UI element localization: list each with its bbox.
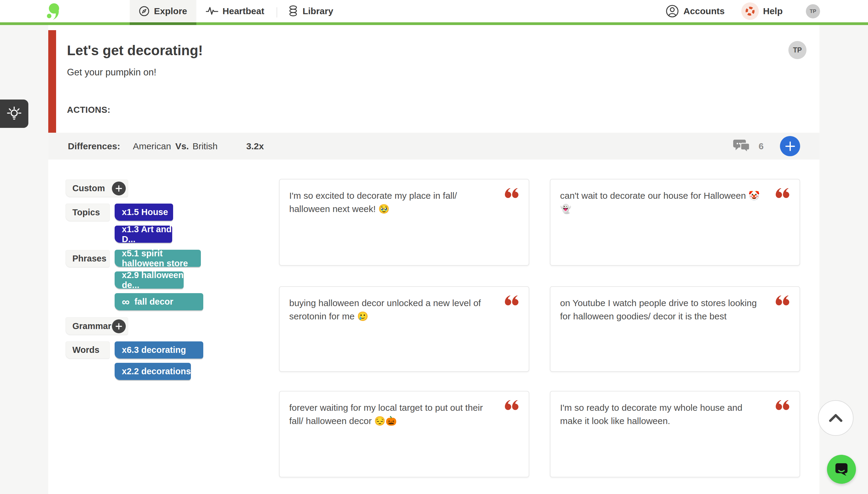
quote-mark-icon xyxy=(775,295,791,308)
help-ring-background xyxy=(741,2,759,20)
phrase-tag[interactable]: ∞ fall decor xyxy=(115,293,203,310)
scroll-to-top-button[interactable] xyxy=(818,400,853,436)
words-label: Words xyxy=(72,345,99,355)
insights-lightbulb-button[interactable] xyxy=(0,99,28,128)
quote-text: buying halloween decor unlocked a new le… xyxy=(289,297,489,323)
quote-mark-icon xyxy=(505,400,520,413)
quote-mark-icon xyxy=(775,400,791,413)
tab-explore[interactable]: Explore xyxy=(130,0,196,22)
filter-custom[interactable]: Custom xyxy=(65,179,128,197)
filter-section-words[interactable]: Words xyxy=(65,341,110,359)
infinity-icon: ∞ xyxy=(122,297,130,307)
tab-explore-label: Explore xyxy=(154,6,187,16)
word-tag[interactable]: x2.2 decorations xyxy=(115,363,191,380)
differences-label: Differences: xyxy=(68,141,120,151)
comparison-side-b: British xyxy=(192,141,217,151)
differences-bar: Differences: American Vs. British 3.2x 6 xyxy=(48,133,819,159)
quote-card[interactable]: buying halloween decor unlocked a new le… xyxy=(279,286,529,372)
tag-label: x6.3 decorating xyxy=(122,345,186,355)
top-nav: Explore Heartbeat Library Accounts Help xyxy=(0,0,868,22)
life-ring-icon xyxy=(745,6,755,16)
comments-count: 6 xyxy=(758,141,764,151)
quote-text: on Youtube I watch people drive to store… xyxy=(560,297,760,323)
plus-icon xyxy=(115,185,122,192)
filter-custom-label: Custom xyxy=(72,183,105,193)
active-tab-underline xyxy=(130,22,196,25)
user-avatar-initials: TP xyxy=(810,8,816,15)
page-subtitle: Get your pumpkin on! xyxy=(67,67,156,78)
quote-mark-icon xyxy=(505,295,520,308)
add-button[interactable] xyxy=(780,136,800,156)
phrases-label: Phrases xyxy=(72,254,107,264)
tag-label: x2.9 halloween de... xyxy=(122,270,184,290)
tag-label: x5.1 spirit halloween store xyxy=(122,248,201,268)
chevron-up-icon xyxy=(828,413,844,423)
quote-mark-icon xyxy=(505,188,520,201)
quote-card[interactable]: can't wait to decorate our house for Hal… xyxy=(550,179,800,266)
quote-text: can't wait to decorate our house for Hal… xyxy=(560,189,760,216)
tag-label: x2.2 decorations xyxy=(122,366,191,376)
quote-text: I'm so ready to decorate my whole house … xyxy=(560,401,760,428)
word-tag[interactable]: x6.3 decorating xyxy=(115,341,203,359)
tab-library-label: Library xyxy=(303,6,333,16)
quote-text: forever waiting for my local target to p… xyxy=(289,401,489,428)
help-label: Help xyxy=(763,6,783,16)
lightbulb-icon xyxy=(6,105,23,122)
chat-widget-button[interactable] xyxy=(827,455,856,484)
add-grammar-button[interactable] xyxy=(112,319,126,333)
header-accent-bar xyxy=(48,30,56,133)
quote-card[interactable]: on Youtube I watch people drive to store… xyxy=(550,286,800,372)
quote-mark-icon xyxy=(775,188,791,201)
phrase-tag[interactable]: x2.9 halloween de... xyxy=(115,271,184,289)
comparison-side-a: American xyxy=(133,141,171,151)
filter-section-topics[interactable]: Topics xyxy=(65,204,110,221)
plus-icon xyxy=(785,141,796,152)
plus-icon xyxy=(115,323,122,330)
tab-heartbeat-label: Heartbeat xyxy=(223,6,264,16)
user-circle-icon xyxy=(665,4,679,18)
compass-icon xyxy=(139,6,150,17)
library-icon xyxy=(288,5,298,17)
vs-label: Vs. xyxy=(175,141,189,151)
user-avatar[interactable]: TP xyxy=(806,4,820,18)
analysis-owner-initials: TP xyxy=(793,46,802,54)
quote-text: I'm so excited to decorate my place in f… xyxy=(289,189,489,216)
analysis-owner-avatar[interactable]: TP xyxy=(788,41,807,59)
help-button[interactable]: Help xyxy=(741,0,783,22)
tab-heartbeat[interactable]: Heartbeat xyxy=(196,0,273,22)
page-title: Let's get decorating! xyxy=(67,42,203,58)
comments-icon[interactable] xyxy=(733,139,751,153)
tag-label: x1.3 Art and D... xyxy=(122,224,172,244)
tag-label: fall decor xyxy=(135,297,173,307)
difference-multiplier: 3.2x xyxy=(246,141,264,151)
tab-library[interactable]: Library xyxy=(281,0,341,22)
heartbeat-icon xyxy=(206,6,218,17)
quote-card[interactable]: I'm so excited to decorate my place in f… xyxy=(279,179,529,266)
topic-tag[interactable]: x1.5 House xyxy=(115,204,173,221)
topics-label: Topics xyxy=(72,208,100,217)
brand-logo-icon[interactable] xyxy=(46,2,62,20)
filter-section-phrases[interactable]: Phrases xyxy=(65,250,110,267)
accounts-button[interactable]: Accounts xyxy=(665,0,725,22)
tag-label: x1.5 House xyxy=(122,207,168,217)
add-custom-button[interactable] xyxy=(112,182,126,195)
nav-divider xyxy=(276,7,277,18)
filter-grammar-label: Grammar xyxy=(72,321,111,331)
quote-card[interactable]: I'm so ready to decorate my whole house … xyxy=(550,391,800,477)
chat-bubble-icon xyxy=(834,462,849,477)
accounts-label: Accounts xyxy=(683,6,725,16)
quote-card[interactable]: forever waiting for my local target to p… xyxy=(279,391,529,477)
filter-grammar[interactable]: Grammar xyxy=(65,317,128,335)
phrase-tag[interactable]: x5.1 spirit halloween store xyxy=(115,250,201,267)
actions-label: ACTIONS: xyxy=(67,105,110,115)
topic-tag[interactable]: x1.3 Art and D... xyxy=(115,226,172,243)
